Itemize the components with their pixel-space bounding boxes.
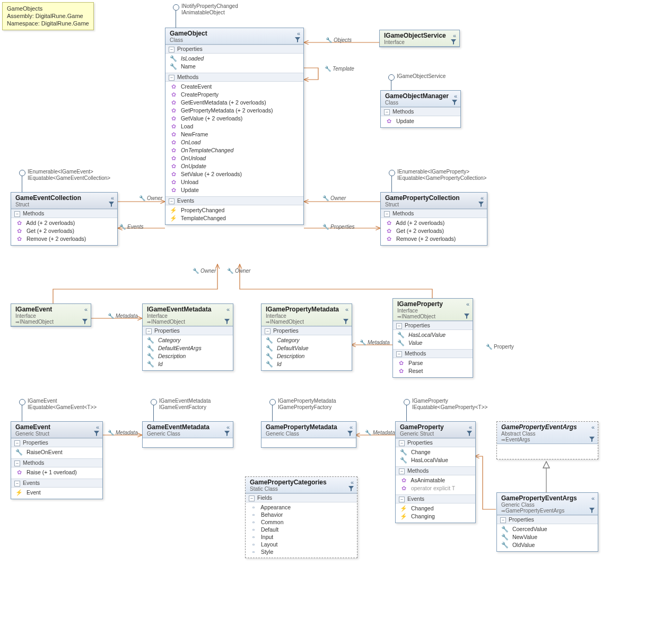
section-header[interactable]: Events — [11, 479, 102, 488]
section-header[interactable]: Properties — [396, 438, 475, 447]
section-header[interactable]: Methods — [165, 73, 303, 82]
member-item[interactable]: ▫ Common — [248, 518, 355, 526]
entity-igameobjectservice[interactable]: IGameObjectService Interface« — [379, 30, 460, 47]
collapse-icon[interactable]: « — [297, 30, 300, 37]
member-item[interactable]: ✿ Load — [168, 123, 301, 131]
entity-gameeventmetadatat[interactable]: GameEventMetadata Generic Class« — [142, 421, 233, 448]
member-item[interactable]: ✿ operator explicit T — [398, 484, 473, 492]
collapse-icon[interactable]: « — [481, 195, 484, 201]
section-header[interactable]: Properties — [143, 326, 233, 335]
filter-icon[interactable] — [464, 314, 469, 319]
member-item[interactable]: 🔧 OldValue — [499, 541, 596, 549]
member-item[interactable]: ✿ CreateEvent — [168, 83, 301, 91]
member-item[interactable]: 🔧 Change — [398, 448, 473, 456]
filter-icon[interactable] — [478, 202, 484, 207]
member-item[interactable]: ✿ GetEventMetadata (+ 2 overloads) — [168, 99, 301, 107]
member-item[interactable]: 🔧 IsLoaded — [168, 55, 301, 63]
member-item[interactable]: 🔧 NewValue — [499, 533, 596, 541]
entity-igameeventmetadata[interactable]: IGameEventMetadata InterfaceINamedObject… — [142, 303, 233, 371]
collapse-icon[interactable]: « — [345, 306, 348, 312]
filter-icon[interactable] — [224, 319, 230, 324]
member-item[interactable]: 🔧 Description — [145, 352, 231, 360]
filter-icon[interactable] — [589, 437, 595, 442]
entity-igameproperty[interactable]: IGameProperty InterfaceINamedObject« Pro… — [392, 298, 473, 378]
filter-icon[interactable] — [224, 431, 230, 436]
section-header[interactable]: Methods — [11, 209, 117, 218]
entity-igameevent[interactable]: IGameEvent InterfaceINamedObject« — [11, 303, 91, 327]
entity-gameeventcollection[interactable]: GameEventCollection Struct« Methods ✿ Ad… — [11, 192, 118, 246]
member-item[interactable]: ✿ Get (+ 2 overloads) — [383, 227, 485, 235]
member-item[interactable]: ✿ OnLoad — [168, 138, 301, 146]
filter-icon[interactable] — [452, 100, 457, 105]
filter-icon[interactable] — [347, 431, 353, 436]
collapse-icon[interactable]: « — [454, 93, 457, 99]
entity-gamepropertymetadatat[interactable]: GamePropertyMetadata Generic Class« — [261, 421, 356, 448]
member-item[interactable]: ✿ NewFrame — [168, 131, 301, 138]
member-item[interactable]: ✿ OnTemplateChanged — [168, 146, 301, 154]
filter-icon[interactable] — [82, 319, 88, 324]
section-header[interactable]: Properties — [11, 438, 102, 447]
member-item[interactable]: ✿ GetPropertyMetadata (+ 2 overloads) — [168, 107, 301, 115]
member-item[interactable]: 🔧 CoercedValue — [499, 525, 596, 533]
filter-icon[interactable] — [94, 431, 99, 436]
entity-gamepropertycollection[interactable]: GamePropertyCollection Struct« Methods ✿… — [380, 192, 487, 246]
entity-gamepropertycategories[interactable]: GamePropertyCategories Static Class« Fie… — [245, 476, 357, 558]
member-item[interactable]: ✿ OnUnload — [168, 154, 301, 162]
entity-igamepropertymetadata[interactable]: IGamePropertyMetadata InterfaceINamedObj… — [261, 303, 352, 371]
entity-gameobject[interactable]: GameObject Class« Properties 🔧 IsLoaded … — [165, 28, 304, 225]
member-item[interactable]: 🔧 Id — [264, 360, 350, 368]
section-header[interactable]: Properties — [393, 321, 473, 330]
member-item[interactable]: 🔧 Value — [395, 339, 470, 347]
member-item[interactable]: 🔧 Category — [145, 336, 231, 344]
filter-icon[interactable] — [451, 39, 456, 45]
collapse-icon[interactable]: « — [591, 424, 595, 430]
member-item[interactable]: 🔧 DefaultEventArgs — [145, 344, 231, 352]
member-item[interactable]: ✿ SetValue (+ 2 overloads) — [168, 170, 301, 178]
filter-icon[interactable] — [343, 319, 348, 324]
member-item[interactable]: ⚡ PropertyChanged — [168, 206, 301, 214]
collapse-icon[interactable]: « — [96, 424, 99, 430]
member-item[interactable]: ⚡ TemplateChanged — [168, 214, 301, 222]
member-item[interactable]: 🔧 Description — [264, 352, 350, 360]
section-header[interactable]: Methods — [381, 107, 460, 116]
member-item[interactable]: ✿ AsAnimatable — [398, 476, 473, 484]
collapse-icon[interactable]: « — [111, 195, 114, 201]
member-item[interactable]: ✿ GetValue (+ 2 overloads) — [168, 115, 301, 123]
collapse-icon[interactable]: « — [453, 32, 456, 39]
collapse-icon[interactable]: « — [466, 301, 469, 307]
section-header[interactable]: Methods — [393, 349, 473, 358]
member-item[interactable]: 🔧 Name — [168, 63, 301, 71]
section-header[interactable]: Methods — [11, 458, 102, 467]
section-header[interactable]: Events — [396, 494, 475, 503]
member-item[interactable]: 🔧 Id — [145, 360, 231, 368]
member-item[interactable]: ✿ Add (+ 2 overloads) — [383, 219, 485, 227]
collapse-icon[interactable]: « — [226, 424, 230, 430]
filter-icon[interactable] — [109, 202, 114, 207]
section-header[interactable]: Methods — [396, 466, 475, 475]
member-item[interactable]: ⚡ Changed — [398, 505, 473, 513]
collapse-icon[interactable]: « — [350, 424, 353, 430]
filter-icon[interactable] — [295, 37, 300, 42]
collapse-icon[interactable]: « — [351, 479, 354, 485]
member-item[interactable]: ⚡ Changing — [398, 513, 473, 520]
collapse-icon[interactable]: « — [469, 424, 472, 430]
member-item[interactable]: 🔧 Category — [264, 336, 350, 344]
member-item[interactable]: ✿ Raise (+ 1 overload) — [13, 468, 100, 476]
member-item[interactable]: ✿ OnUpdate — [168, 162, 301, 170]
member-item[interactable]: ✿ Update — [383, 117, 458, 125]
member-item[interactable]: ✿ Reset — [395, 367, 470, 375]
member-item[interactable]: ▫ Style — [248, 548, 355, 555]
section-header[interactable]: Properties — [165, 45, 303, 54]
entity-gamepropertyeventargs[interactable]: GamePropertyEventArgs Abstract ClassEven… — [496, 421, 598, 459]
member-item[interactable]: ✿ Parse — [395, 359, 470, 367]
member-item[interactable]: 🔧 HasLocalValue — [398, 456, 473, 464]
member-item[interactable]: ✿ CreateProperty — [168, 91, 301, 99]
entity-gameobjectmanager[interactable]: GameObjectManager Class« Methods ✿ Updat… — [380, 90, 461, 128]
member-item[interactable]: 🔧 RaiseOnEvent — [13, 448, 100, 456]
member-item[interactable]: ▫ Appearance — [248, 503, 355, 511]
member-item[interactable]: 🔧 HasLocalValue — [395, 331, 470, 339]
member-item[interactable]: ✿ Get (+ 2 overloads) — [13, 227, 115, 235]
member-item[interactable]: ⚡ Event — [13, 489, 100, 497]
section-header[interactable]: Methods — [381, 209, 487, 218]
collapse-icon[interactable]: « — [84, 306, 88, 312]
